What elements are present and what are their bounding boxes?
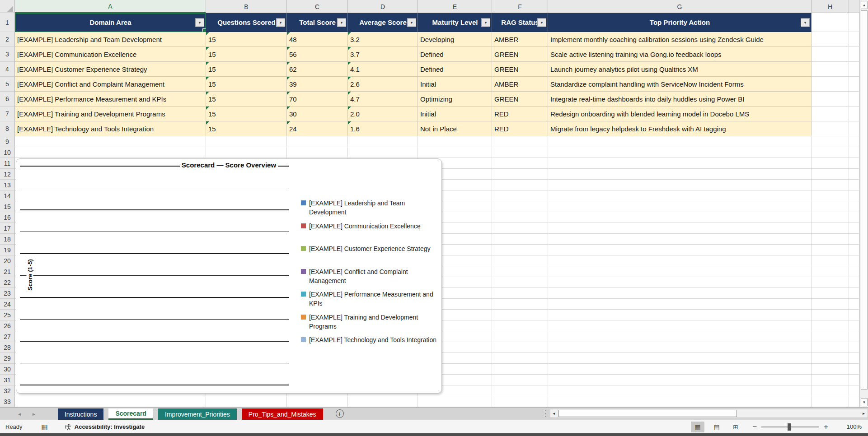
row-header-11[interactable]: 11 <box>0 158 15 169</box>
cell[interactable] <box>849 77 859 92</box>
cell[interactable] <box>287 136 348 147</box>
cell[interactable] <box>849 212 859 223</box>
zoom-slider[interactable] <box>761 427 819 427</box>
cell[interactable] <box>812 255 849 266</box>
horizontal-scrollbar-thumb[interactable] <box>558 410 737 417</box>
cell[interactable] <box>348 396 418 407</box>
cell[interactable] <box>206 147 287 158</box>
scrollbar-grip-dots[interactable] <box>545 410 546 417</box>
cell[interactable] <box>849 266 859 277</box>
cell[interactable] <box>492 288 548 299</box>
cell[interactable] <box>548 245 812 255</box>
row-header-5[interactable]: 5 <box>0 77 15 92</box>
zoom-in-button[interactable]: + <box>819 422 833 431</box>
cell[interactable]: Redesign onboarding with blended learnin… <box>548 107 812 121</box>
cell[interactable] <box>418 147 492 158</box>
row-header-10[interactable]: 10 <box>0 147 15 158</box>
header-cell-rag-status[interactable]: RAG Status ▾ <box>492 13 548 32</box>
select-all-button[interactable] <box>0 0 15 13</box>
cell[interactable] <box>348 147 418 158</box>
cell[interactable]: Developing <box>418 32 492 47</box>
cell[interactable] <box>812 77 849 92</box>
cell[interactable] <box>548 396 812 407</box>
add-sheet-button[interactable]: + <box>336 409 344 418</box>
cell[interactable] <box>812 277 849 288</box>
cell[interactable] <box>15 147 206 158</box>
cell[interactable] <box>812 266 849 277</box>
cell[interactable] <box>849 320 859 331</box>
cell[interactable] <box>849 32 859 47</box>
cell[interactable] <box>849 121 859 136</box>
cell[interactable] <box>206 396 287 407</box>
cell[interactable] <box>492 223 548 234</box>
cell[interactable]: 15 <box>206 77 287 92</box>
cell[interactable] <box>548 234 812 245</box>
column-header-extra[interactable] <box>849 0 859 13</box>
cell[interactable] <box>812 47 849 62</box>
cell[interactable] <box>849 385 859 396</box>
cell[interactable] <box>287 396 348 407</box>
scorecard-chart[interactable]: Scorecard — Score Overview Score (1-5) [… <box>16 158 442 394</box>
cell[interactable] <box>812 342 849 353</box>
row-header-28[interactable]: 28 <box>0 342 15 353</box>
vertical-scrollbar[interactable]: ▲ ▼ <box>859 0 868 407</box>
row-header-23[interactable]: 23 <box>0 288 15 299</box>
cell[interactable] <box>849 92 859 107</box>
cell[interactable]: AMBER <box>492 32 548 47</box>
cell[interactable]: [EXAMPLE] Conflict and Complaint Managem… <box>15 77 206 92</box>
cell[interactable]: Launch journey analytics pilot using Qua… <box>548 62 812 77</box>
cell[interactable] <box>812 288 849 299</box>
cell[interactable] <box>548 223 812 234</box>
tab-improvement-priorities[interactable]: Improvement_Priorities <box>158 408 237 420</box>
cell[interactable] <box>849 169 859 180</box>
cell[interactable] <box>812 136 849 147</box>
cell[interactable]: [EXAMPLE] Performance Measurement and KP… <box>15 92 206 107</box>
cell[interactable] <box>812 212 849 223</box>
cell[interactable] <box>287 147 348 158</box>
row-header-12[interactable]: 12 <box>0 169 15 180</box>
cell[interactable]: Not in Place <box>418 121 492 136</box>
cell[interactable] <box>812 32 849 47</box>
column-header-f[interactable]: F <box>492 0 548 13</box>
sheet-nav-right-icon[interactable]: ► <box>32 412 36 417</box>
row-header-16[interactable]: 16 <box>0 212 15 223</box>
cell[interactable] <box>849 299 859 310</box>
row-header-6[interactable]: 6 <box>0 92 15 107</box>
cell[interactable] <box>812 320 849 331</box>
row-header-29[interactable]: 29 <box>0 353 15 364</box>
cell[interactable] <box>548 169 812 180</box>
cell[interactable] <box>492 234 548 245</box>
cell[interactable]: 70 <box>287 92 348 107</box>
view-normal-button[interactable]: ▦ <box>691 422 704 432</box>
row-header-3[interactable]: 3 <box>0 47 15 62</box>
cell[interactable] <box>548 375 812 385</box>
cell[interactable] <box>492 212 548 223</box>
row-header-4[interactable]: 4 <box>0 62 15 77</box>
cell[interactable] <box>812 331 849 342</box>
cell[interactable] <box>849 375 859 385</box>
cell[interactable] <box>548 147 812 158</box>
row-header-1[interactable]: 1 <box>0 13 15 32</box>
cell[interactable] <box>418 136 492 147</box>
cell[interactable] <box>849 190 859 201</box>
cell[interactable] <box>849 396 859 407</box>
header-cell-domain-area[interactable]: Domain Area ▾ <box>15 13 206 32</box>
row-header-19[interactable]: 19 <box>0 245 15 255</box>
cell[interactable] <box>492 310 548 320</box>
row-header-17[interactable]: 17 <box>0 223 15 234</box>
cell[interactable]: Scale active listening training via Gong… <box>548 47 812 62</box>
cell[interactable] <box>492 201 548 212</box>
cell[interactable] <box>492 180 548 190</box>
macro-record-icon[interactable]: ▦ <box>42 423 48 431</box>
column-header-c[interactable]: C <box>287 0 348 13</box>
cell[interactable] <box>548 288 812 299</box>
cell[interactable] <box>15 396 206 407</box>
cell[interactable] <box>548 320 812 331</box>
cell[interactable] <box>812 364 849 375</box>
zoom-slider-thumb[interactable] <box>788 423 791 431</box>
cell[interactable] <box>849 158 859 169</box>
cell[interactable] <box>548 310 812 320</box>
cell[interactable] <box>849 147 859 158</box>
cell[interactable]: 15 <box>206 47 287 62</box>
accessibility-status[interactable]: Accessibility: Investigate <box>65 423 145 431</box>
